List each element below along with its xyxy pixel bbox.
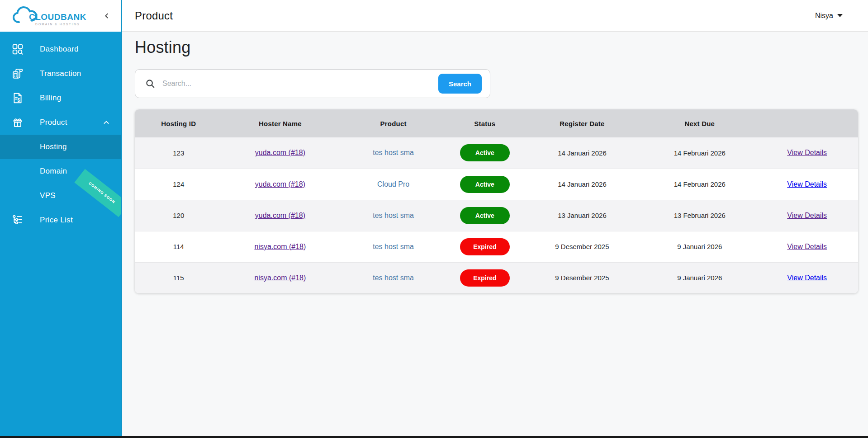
- product-cell: tes host sma: [338, 262, 449, 293]
- hosting-id-cell: 120: [135, 200, 222, 231]
- hosting-id-cell: 114: [135, 231, 222, 262]
- status-badge: Active: [460, 207, 510, 224]
- next-due-cell: 9 Januari 2026: [643, 262, 756, 293]
- column-header-status: Status: [449, 109, 521, 137]
- product-cell: tes host sma: [338, 200, 449, 231]
- column-header-product: Product: [338, 109, 449, 137]
- transaction-icon: [12, 68, 24, 80]
- column-header-next-due: Next Due: [643, 109, 756, 137]
- hoster-name-link[interactable]: nisya.com (#18): [254, 243, 306, 250]
- chevron-down-icon: [837, 14, 843, 17]
- sidebar-item-label: VPS: [40, 191, 56, 200]
- cloudbank-logo: CLOUDBANK DOMAIN & HOSTING: [12, 5, 103, 27]
- hosting-id-cell: 124: [135, 169, 222, 200]
- search-button[interactable]: Search: [438, 74, 482, 94]
- product-box-icon: [12, 117, 24, 128]
- app-window: CLOUDBANK DOMAIN & HOSTING: [0, 0, 868, 438]
- price-list-icon: [12, 214, 24, 226]
- search-input[interactable]: [162, 80, 438, 88]
- svg-text:$: $: [17, 98, 20, 103]
- search-icon: [145, 79, 155, 89]
- column-header-hosting-id: Hosting ID: [135, 109, 222, 137]
- sidebar-collapse-button[interactable]: [103, 12, 111, 20]
- sidebar-item-label: Domain: [40, 167, 67, 176]
- register-date-cell: 9 Desember 2025: [521, 262, 643, 293]
- sidebar-menu: Dashboard Transaction: [0, 32, 121, 232]
- search-bar: Search: [135, 69, 490, 98]
- view-details-link[interactable]: View Details: [787, 149, 827, 156]
- billing-icon: $: [12, 92, 24, 104]
- column-header-actions: [756, 109, 858, 137]
- table-body: 123 yuda.com (#18) tes host sma Active 1…: [135, 137, 858, 293]
- view-details-link[interactable]: View Details: [787, 243, 827, 250]
- sidebar-item-label: Hosting: [40, 142, 67, 151]
- sidebar-item-hosting[interactable]: Hosting: [0, 135, 121, 159]
- sidebar-item-domain[interactable]: Domain: [0, 159, 121, 184]
- hosting-table: Hosting ID Hoster Name Product Status Re…: [135, 109, 858, 293]
- hosting-id-cell: 123: [135, 137, 222, 169]
- chevron-up-icon: [103, 119, 110, 126]
- main-panel: Hosting Search: [122, 32, 868, 293]
- table-row: 124 yuda.com (#18) Cloud Pro Active 14 J…: [135, 169, 858, 200]
- sidebar-item-dashboard[interactable]: Dashboard: [0, 37, 121, 61]
- product-cell: tes host sma: [338, 231, 449, 262]
- hosting-id-cell: 115: [135, 262, 222, 293]
- sidebar-item-billing[interactable]: $ Billing: [0, 86, 121, 110]
- next-due-cell: 14 Februari 2026: [643, 137, 756, 169]
- product-cell: tes host sma: [338, 137, 449, 169]
- table-row: 115 nisya.com (#18) tes host sma Expired…: [135, 262, 858, 293]
- product-cell: Cloud Pro: [338, 169, 449, 200]
- sidebar-item-vps[interactable]: VPS COMING SOON: [0, 184, 121, 208]
- table-header-row: Hosting ID Hoster Name Product Status Re…: [135, 109, 858, 137]
- sidebar-item-product[interactable]: Product: [0, 110, 121, 135]
- status-badge: Active: [460, 144, 510, 161]
- register-date-cell: 13 Januari 2026: [521, 200, 643, 231]
- status-badge: Expired: [460, 238, 510, 255]
- brand-tagline: DOMAIN & HOSTING: [29, 23, 86, 26]
- view-details-link[interactable]: View Details: [787, 274, 827, 282]
- status-badge: Expired: [460, 269, 510, 287]
- view-details-link[interactable]: View Details: [787, 180, 827, 188]
- view-details-link[interactable]: View Details: [787, 212, 827, 219]
- table-row: 120 yuda.com (#18) tes host sma Active 1…: [135, 200, 858, 231]
- page-title: Hosting: [135, 38, 858, 57]
- table-row: 114 nisya.com (#18) tes host sma Expired…: [135, 231, 858, 262]
- user-dropdown[interactable]: Nisya: [815, 12, 843, 20]
- status-badge: Active: [460, 176, 510, 193]
- sidebar-item-transaction[interactable]: Transaction: [0, 61, 121, 86]
- dashboard-icon: [12, 43, 24, 55]
- hoster-name-link[interactable]: yuda.com (#18): [255, 212, 305, 219]
- register-date-cell: 14 Januari 2026: [521, 137, 643, 169]
- hoster-name-link[interactable]: yuda.com (#18): [255, 180, 305, 188]
- register-date-cell: 14 Januari 2026: [521, 169, 643, 200]
- sidebar-item-label: Transaction: [40, 69, 81, 78]
- sidebar-item-price-list[interactable]: Price List: [0, 208, 121, 232]
- next-due-cell: 14 Februari 2026: [643, 169, 756, 200]
- sidebar-item-label: Billing: [40, 94, 61, 103]
- table-row: 123 yuda.com (#18) tes host sma Active 1…: [135, 137, 858, 169]
- column-header-register-date: Register Date: [521, 109, 643, 137]
- topbar: Product Nisya: [122, 0, 868, 32]
- logo-band: CLOUDBANK DOMAIN & HOSTING: [0, 0, 121, 32]
- column-header-hoster-name: Hoster Name: [222, 109, 338, 137]
- sidebar-item-label: Product: [40, 118, 67, 127]
- hoster-name-link[interactable]: yuda.com (#18): [255, 149, 305, 156]
- chevron-left-icon: [103, 12, 111, 20]
- register-date-cell: 9 Desember 2025: [521, 231, 643, 262]
- user-name: Nisya: [815, 12, 833, 20]
- sidebar: CLOUDBANK DOMAIN & HOSTING: [0, 0, 122, 438]
- page-header-title: Product: [135, 9, 173, 22]
- sidebar-item-label: Price List: [40, 216, 73, 225]
- hoster-name-link[interactable]: nisya.com (#18): [254, 274, 306, 282]
- brand-name: CLOUDBANK: [29, 12, 86, 22]
- next-due-cell: 9 Januari 2026: [643, 231, 756, 262]
- next-due-cell: 13 Februari 2026: [643, 200, 756, 231]
- bottom-edge-strip: [0, 436, 868, 438]
- content-area: Product Nisya Hosting Search: [122, 0, 868, 438]
- sidebar-item-label: Dashboard: [40, 45, 79, 54]
